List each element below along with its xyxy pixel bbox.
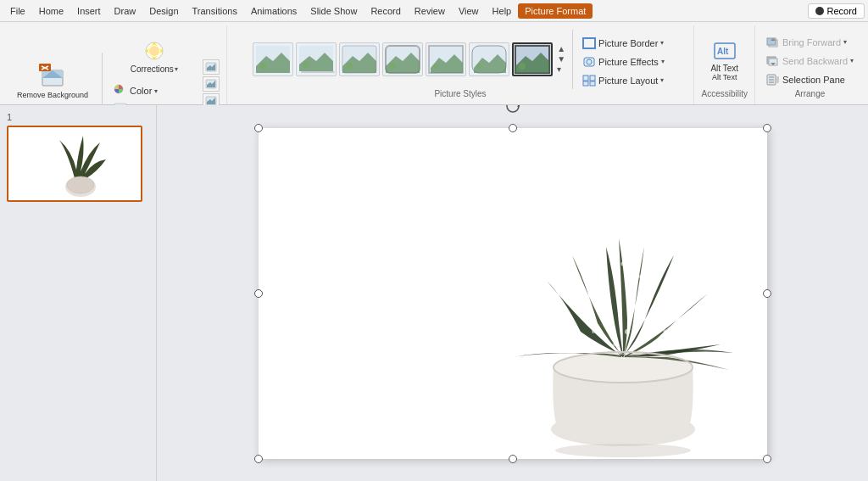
svg-point-76 xyxy=(633,304,637,308)
record-label: Record xyxy=(827,6,857,16)
svg-rect-50 xyxy=(583,81,588,86)
handle-middle-right[interactable] xyxy=(763,289,771,298)
scroll-down-arrow[interactable]: ▼ xyxy=(557,55,565,64)
menu-slideshow[interactable]: Slide Show xyxy=(303,3,364,19)
picture-effects-button[interactable]: Picture Effects ▾ xyxy=(578,53,669,70)
record-dot-icon xyxy=(815,7,824,15)
style-thumbnails-rows xyxy=(252,42,554,77)
bring-forward-label: Bring Forward xyxy=(782,37,841,48)
picture-border-icon xyxy=(582,36,596,50)
slide-canvas[interactable] xyxy=(259,128,767,459)
handle-middle-left[interactable] xyxy=(254,289,263,298)
slide-number: 1 xyxy=(7,112,149,122)
scroll-up-arrow[interactable]: ▲ xyxy=(557,45,565,53)
alt-text-label: Alt Text xyxy=(710,64,738,73)
menu-bar: File Home Insert Draw Design Transitions… xyxy=(0,0,868,22)
svg-point-74 xyxy=(608,308,612,312)
menu-review[interactable]: Review xyxy=(408,3,452,19)
menu-design[interactable]: Design xyxy=(142,3,185,19)
scroll-expand-arrow[interactable]: ▾ xyxy=(557,65,565,74)
svg-point-85 xyxy=(638,275,642,278)
svg-point-89 xyxy=(555,444,691,457)
svg-point-81 xyxy=(562,330,565,333)
handle-bottom-center[interactable] xyxy=(509,455,517,463)
style-thumb-2[interactable] xyxy=(296,42,337,76)
selection-pane-button[interactable]: Selection Pane xyxy=(762,71,858,88)
handle-top-left[interactable] xyxy=(254,124,263,132)
divider xyxy=(102,53,103,112)
ribbon-group-picture-styles: ▲ ▼ ▾ Picture Border ▾ Pict xyxy=(227,25,695,104)
plant-image xyxy=(259,128,767,459)
svg-point-32 xyxy=(346,63,353,70)
ribbon: Remove Background xyxy=(0,22,868,105)
picture-layout-button[interactable]: Picture Layout ▾ xyxy=(578,72,669,89)
remove-background-button[interactable]: Remove Background xyxy=(10,53,95,112)
style-thumb-4[interactable] xyxy=(382,42,423,76)
svg-point-84 xyxy=(620,261,625,266)
alt-text-icon: Alt xyxy=(711,36,738,64)
menu-file[interactable]: File xyxy=(3,3,32,19)
color-label: Color xyxy=(130,86,152,96)
svg-point-44 xyxy=(519,63,526,70)
menu-picture-format[interactable]: Picture Format xyxy=(518,3,593,19)
svg-point-82 xyxy=(553,304,557,308)
handle-bottom-right[interactable] xyxy=(763,455,771,463)
arrange-buttons: Bring Forward ▾ Send Backward ▾ Selectio… xyxy=(762,31,858,88)
menu-help[interactable]: Help xyxy=(486,3,519,19)
svg-point-87 xyxy=(613,343,616,346)
svg-marker-67 xyxy=(517,105,520,107)
slide-thumbnail[interactable] xyxy=(7,126,142,202)
compress-icon-1[interactable] xyxy=(203,59,220,75)
canvas-area[interactable] xyxy=(157,105,868,481)
style-thumb-6[interactable] xyxy=(469,42,509,76)
svg-point-29 xyxy=(303,61,309,68)
arrange-group-label: Arrange xyxy=(795,89,826,101)
menu-animations[interactable]: Animations xyxy=(244,3,303,19)
handle-bottom-left[interactable] xyxy=(254,455,263,463)
svg-point-71 xyxy=(578,312,583,317)
menu-draw[interactable]: Draw xyxy=(108,3,143,19)
svg-point-86 xyxy=(625,329,630,334)
send-backward-button[interactable]: Send Backward ▾ xyxy=(762,53,858,70)
compress-icon-2[interactable] xyxy=(203,76,220,92)
svg-point-79 xyxy=(676,317,680,321)
svg-point-35 xyxy=(389,63,396,70)
svg-rect-45 xyxy=(583,38,595,48)
picture-style-controls: Picture Border ▾ Picture Effects ▾ Pictu… xyxy=(578,30,669,89)
adjust-extra-icons xyxy=(203,56,220,109)
svg-point-72 xyxy=(570,295,574,299)
rotate-handle[interactable] xyxy=(505,105,520,115)
svg-point-80 xyxy=(684,342,688,346)
menu-transitions[interactable]: Transitions xyxy=(186,3,244,19)
alt-text-button[interactable]: Alt Alt Text Alt Text xyxy=(704,30,745,89)
svg-point-65 xyxy=(67,176,94,193)
menu-insert[interactable]: Insert xyxy=(70,3,108,19)
menu-home[interactable]: Home xyxy=(32,3,70,19)
picture-layout-icon xyxy=(582,74,596,87)
svg-point-75 xyxy=(617,288,620,291)
picture-effects-label: Picture Effects xyxy=(598,57,659,67)
handle-top-right[interactable] xyxy=(763,124,771,132)
alt-text-sublabel: Alt Text xyxy=(712,73,737,81)
picture-styles-label: Picture Styles xyxy=(434,89,486,101)
picture-border-button[interactable]: Picture Border ▾ xyxy=(578,35,669,52)
record-button[interactable]: Record xyxy=(808,3,865,19)
menu-record[interactable]: Record xyxy=(364,3,407,19)
bring-forward-dropdown: ▾ xyxy=(843,38,847,46)
style-thumb-3[interactable] xyxy=(339,42,380,76)
bring-forward-button[interactable]: Bring Forward ▾ xyxy=(762,34,858,51)
picture-border-label: Picture Border xyxy=(598,38,658,48)
svg-point-38 xyxy=(433,64,438,69)
style-thumb-5[interactable] xyxy=(426,42,466,76)
svg-rect-48 xyxy=(583,76,588,81)
svg-rect-55 xyxy=(767,38,776,45)
color-button[interactable]: Color ▾ xyxy=(109,82,198,99)
handle-top-center[interactable] xyxy=(509,124,517,132)
corrections-button[interactable]: Corrections ▾ xyxy=(109,29,198,81)
menu-view[interactable]: View xyxy=(452,3,486,19)
svg-rect-51 xyxy=(590,81,595,86)
picture-effects-icon xyxy=(582,55,596,69)
style-thumb-7[interactable] xyxy=(512,42,553,76)
send-backward-label: Send Backward xyxy=(782,56,848,66)
style-thumb-1[interactable] xyxy=(253,42,293,76)
